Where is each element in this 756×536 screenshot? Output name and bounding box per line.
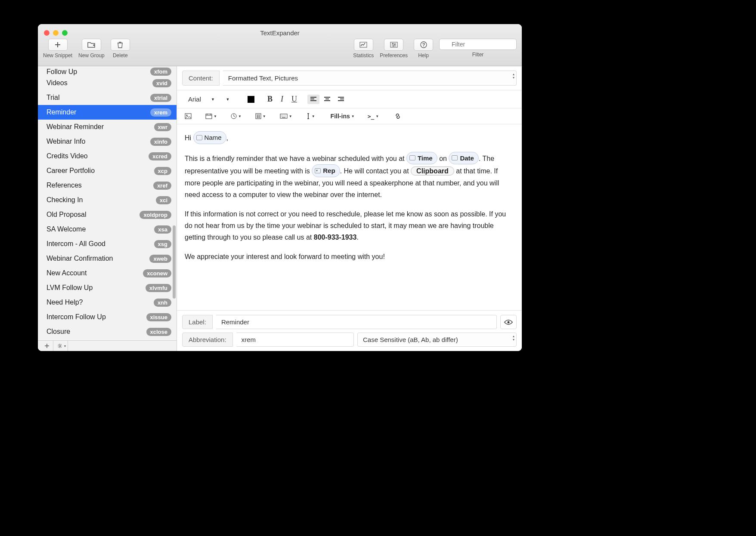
statistics-button[interactable]: Statistics bbox=[353, 39, 374, 59]
snippet-row[interactable]: Webinar Infoxinfo bbox=[38, 134, 177, 149]
underline-button[interactable]: U bbox=[289, 93, 300, 105]
snippet-row[interactable]: Closurexclose bbox=[38, 324, 177, 339]
preview-button[interactable] bbox=[500, 315, 517, 329]
preferences-button[interactable]: Preferences bbox=[380, 39, 408, 59]
titlebar: TextExpander New Snippet New Group Delet… bbox=[38, 24, 522, 66]
snippet-label: Videos bbox=[46, 79, 68, 87]
format-toolbar-1: Arial ▼ ▼ B I U bbox=[177, 90, 522, 108]
add-button[interactable] bbox=[40, 341, 53, 351]
svg-rect-11 bbox=[206, 114, 212, 119]
svg-point-8 bbox=[59, 345, 61, 347]
snippet-label: Need Help? bbox=[46, 299, 83, 306]
bold-button[interactable]: B bbox=[265, 93, 275, 105]
abbreviation-badge: xfom bbox=[150, 68, 171, 76]
snippet-row[interactable]: Old Proposalxoldprop bbox=[38, 207, 177, 222]
keyboard-icon bbox=[280, 114, 288, 119]
snippet-list[interactable]: Follow UpxfomVideosxvidTrialxtrialRemind… bbox=[38, 66, 177, 340]
fillin-date[interactable]: Date bbox=[449, 152, 479, 165]
snippet-row[interactable]: Intercom - All Goodxsg bbox=[38, 237, 177, 251]
insert-link-button[interactable] bbox=[392, 111, 404, 121]
snippet-row[interactable]: LVM Follow Upxlvmfu bbox=[38, 280, 177, 295]
font-size-select[interactable]: ▼ bbox=[223, 95, 233, 103]
new-snippet-button[interactable]: New Snippet bbox=[43, 39, 72, 59]
abbreviation-badge: xvid bbox=[152, 79, 171, 87]
snippet-label: Career Portfolio bbox=[46, 167, 95, 175]
align-center-button[interactable] bbox=[321, 95, 333, 104]
content-type-label: Content: bbox=[182, 71, 220, 86]
text-color-button[interactable] bbox=[245, 94, 257, 105]
snippet-row[interactable]: Follow Upxfom bbox=[38, 66, 177, 76]
help-button[interactable]: ? Help bbox=[414, 39, 433, 59]
gear-menu-button[interactable]: ▾ bbox=[55, 341, 68, 351]
clock-icon bbox=[231, 113, 237, 119]
sliders-icon bbox=[390, 42, 398, 48]
snippet-row[interactable]: Checking Inxci bbox=[38, 193, 177, 207]
snippet-label: Checking In bbox=[46, 196, 83, 204]
snippet-label: Credits Video bbox=[46, 152, 88, 160]
snippet-row[interactable]: Need Help?xnh bbox=[38, 295, 177, 310]
snippet-row[interactable]: Intercom Follow Upxissue bbox=[38, 310, 177, 324]
main-panel: Content: Formatted Text, Pictures ▴▾ Ari… bbox=[177, 66, 522, 351]
align-right-button[interactable] bbox=[335, 95, 347, 104]
clipboard-token[interactable]: Clipboard bbox=[411, 166, 454, 176]
label-input[interactable]: Reminder bbox=[216, 315, 497, 329]
fillin-time[interactable]: Time bbox=[406, 152, 437, 165]
insert-code-button[interactable]: >_▼ bbox=[365, 111, 382, 121]
snippet-label: Old Proposal bbox=[46, 211, 87, 219]
delete-button[interactable]: Delete bbox=[111, 39, 130, 59]
filter-input[interactable] bbox=[439, 39, 517, 50]
snippet-row[interactable]: Career Portfolioxcp bbox=[38, 163, 177, 178]
fillins-menu[interactable]: Fill-ins ▼ bbox=[328, 111, 357, 121]
new-group-button[interactable]: New Group bbox=[78, 39, 105, 59]
snippet-label: Trial bbox=[46, 94, 60, 102]
abbreviation-input[interactable]: xrem bbox=[236, 333, 354, 347]
insert-cursor-button[interactable]: ▼ bbox=[304, 111, 318, 121]
abbreviation-badge: xci bbox=[156, 196, 171, 204]
eye-icon bbox=[504, 319, 513, 325]
content-type-select[interactable]: Formatted Text, Pictures ▴▾ bbox=[223, 71, 517, 86]
case-sensitivity-select[interactable]: Case Sensitive (aB, Ab, ab differ) ▴▾ bbox=[357, 333, 517, 347]
abbreviation-badge: xclose bbox=[146, 328, 171, 336]
snippet-row[interactable]: Webinar Confirmationxweb bbox=[38, 251, 177, 266]
window-title: TextExpander bbox=[38, 29, 522, 37]
snippet-row[interactable]: Referencesxref bbox=[38, 178, 177, 193]
snippet-editor[interactable]: Hi Name, This is a friendly reminder tha… bbox=[177, 124, 522, 310]
snippet-label: Follow Up bbox=[46, 68, 77, 76]
insert-image-button[interactable] bbox=[182, 111, 194, 121]
app-window: TextExpander New Snippet New Group Delet… bbox=[38, 24, 522, 351]
snippet-row[interactable]: Videosxvid bbox=[38, 76, 177, 90]
snippet-row[interactable]: SA Welcomexsa bbox=[38, 222, 177, 237]
snippet-row[interactable]: Credits Videoxcred bbox=[38, 149, 177, 163]
plus-icon bbox=[54, 41, 61, 48]
snippet-label: LVM Follow Up bbox=[46, 284, 93, 292]
snippet-row[interactable]: Trialxtrial bbox=[38, 90, 177, 105]
sidebar: Follow UpxfomVideosxvidTrialxtrialRemind… bbox=[38, 66, 177, 351]
svg-point-3 bbox=[394, 44, 395, 46]
fillin-name[interactable]: Name bbox=[193, 131, 226, 144]
abbreviation-badge: xinfo bbox=[150, 138, 171, 146]
snippet-row[interactable]: Reminderxrem bbox=[38, 105, 177, 120]
insert-time-button[interactable]: ▼ bbox=[228, 111, 244, 121]
insert-math-button[interactable]: ▼ bbox=[253, 111, 269, 121]
snippet-metadata: Label: Reminder Abbreviation: xrem Case … bbox=[177, 310, 522, 351]
align-left-button[interactable] bbox=[307, 95, 319, 104]
fillin-rep[interactable]: Rep bbox=[312, 164, 340, 177]
insert-date-button[interactable]: ▼ bbox=[203, 111, 220, 121]
sidebar-footer: ▾ bbox=[38, 340, 177, 351]
abbreviation-badge: xtrial bbox=[150, 94, 171, 102]
snippet-row[interactable]: Webinar Reminderxwr bbox=[38, 120, 177, 134]
abbr-field-label: Abbreviation: bbox=[182, 333, 233, 347]
font-select[interactable]: Arial ▼ bbox=[182, 94, 221, 105]
scrollbar[interactable] bbox=[173, 225, 176, 299]
abbreviation-badge: xrem bbox=[150, 108, 171, 117]
italic-button[interactable]: I bbox=[277, 93, 287, 105]
calculator-icon bbox=[255, 113, 261, 119]
snippet-row[interactable]: New Accountxconew bbox=[38, 266, 177, 280]
snippet-label: SA Welcome bbox=[46, 225, 86, 233]
abbreviation-badge: xoldprop bbox=[139, 211, 171, 219]
abbreviation-badge: xlvmfu bbox=[146, 284, 171, 292]
abbreviation-badge: xsa bbox=[154, 225, 171, 234]
chart-icon bbox=[359, 42, 367, 48]
insert-keyboard-button[interactable]: ▼ bbox=[277, 112, 295, 120]
gear-icon bbox=[57, 343, 63, 349]
